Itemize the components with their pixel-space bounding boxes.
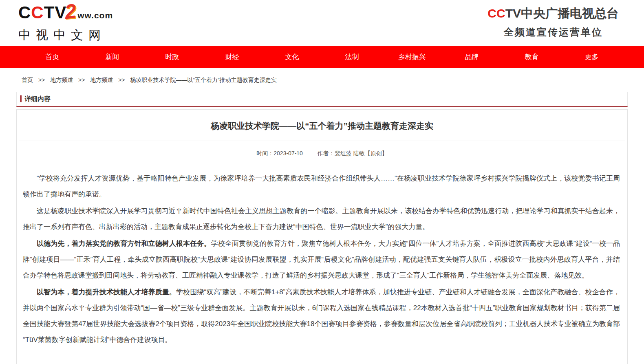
nav-item-culture[interactable]: 文化 [262,46,322,68]
nav-item-rural-revitalization[interactable]: 乡村振兴 [382,46,442,68]
breadcrumb-current-page: 杨凌职业技术学院——以“五个着力”推动主题教育走深走实 [130,77,276,83]
article-paragraph: 这是杨凌职业技术学院深入开展学习贯彻习近平新时代中国特色社会主义思想主题教育的一… [23,203,620,235]
nav-item-home[interactable]: 首页 [22,46,82,68]
article-container: 杨凌职业技术学院——以“五个着力”推动主题教育走深走实 时间：2023-07-1… [16,109,628,364]
logo-swoosh-2: 2 [64,2,77,21]
article-author: 作者：裴红波 陆敏【原创】 [318,150,388,157]
article-body: “学校将充分发挥人才资源优势，基于略阳特色产业发展，为徐家坪培养一大批高素质农民… [17,165,627,364]
breadcrumb-home[interactable]: 首页 [22,77,33,83]
nav-item-finance[interactable]: 财经 [202,46,262,68]
logo-subtitle: 中视中文网 [18,28,113,42]
nav-item-brand[interactable]: 品牌 [442,46,502,68]
logo-letter-c1: C [18,3,31,22]
main-nav: 首页 新闻 时政 财经 文化 法制 乡村振兴 品牌 教育 更多 [0,46,644,68]
nav-item-law[interactable]: 法制 [322,46,382,68]
breadcrumb-separator: >> [118,77,125,83]
breadcrumb-local-channel-2[interactable]: 地方频道 [90,77,113,83]
article-title-wrap: 杨凌职业技术学院——以“五个着力”推动主题教育走深走实 [19,110,625,141]
section-header: 详细内容 [16,92,628,107]
paragraph-text: 学校围绕“双高”建设，不断完善1+8”高素质技术技能人才培养体系，加快推进专业链… [23,288,620,344]
section-accent-bar [20,95,22,102]
article-paragraph: “学校将充分发挥人才资源优势，基于略阳特色产业发展，为徐家坪培养一大批高素质农民… [23,170,620,202]
article-paragraph: 以德为先，着力落实党的教育方针和立德树人根本任务。学校全面贯彻党的教育方针，聚焦… [23,236,620,283]
site-logo[interactable]: CCTV2ww.com 中视中文网 [18,2,113,42]
nav-item-news[interactable]: 新闻 [82,46,142,68]
paragraph-lead: 以智为本，着力提升技术技能人才培养质量。 [37,288,176,296]
cctv-logo-text: CCTV2ww.com [18,2,113,24]
section-title: 详细内容 [24,95,51,102]
logo-wwcom-text: ww.com [77,11,113,20]
paragraph-text: “学校将充分发挥人才资源优势，基于略阳特色产业发展，为徐家坪培养一大批高素质农民… [23,174,620,198]
logo-letters-tv: TV [44,3,67,22]
breadcrumb-local-channel-1[interactable]: 地方频道 [50,77,73,83]
header-right-branding: CCTV中央广播电视总台 全频道宣传运营单位 [487,6,619,38]
nav-item-education[interactable]: 教育 [502,46,562,68]
paragraph-text: 这是杨凌职业技术学院深入开展学习贯彻习近平新时代中国特色社会主义思想主题教育的一… [23,207,620,231]
header-brand-cc: CC [487,7,505,20]
site-header: CCTV2ww.com 中视中文网 CCTV中央广播电视总台 全频道宣传运营单位 [0,0,644,46]
nav-item-more[interactable]: 更多 [562,46,622,68]
breadcrumb-separator: >> [38,77,45,83]
article-paragraph: 以智为本，着力提升技术技能人才培养质量。学校围绕“双高”建设，不断完善1+8”高… [23,284,620,348]
article-meta: 时间：2023-07-10 作者：裴红波 陆敏【原创】 [17,141,627,165]
breadcrumb: 首页 >> 地方频道 >> 地方频道 >> 杨凌职业技术学院——以“五个着力”推… [0,68,644,92]
nav-item-politics[interactable]: 时政 [142,46,202,68]
header-brand-line1: CCTV中央广播电视总台 [487,6,619,21]
breadcrumb-separator: >> [78,77,85,83]
header-brand-line2: 全频道宣传运营单位 [487,26,619,38]
article-time: 时间：2023-07-10 [256,150,303,157]
logo-letter-c2: C [31,3,44,22]
article-title: 杨凌职业技术学院——以“五个着力”推动主题教育走深走实 [19,120,625,132]
paragraph-lead: 以德为先，着力落实党的教育方针和立德树人根本任务。 [37,240,211,247]
header-brand-rest: TV中央广播电视总台 [505,7,619,20]
